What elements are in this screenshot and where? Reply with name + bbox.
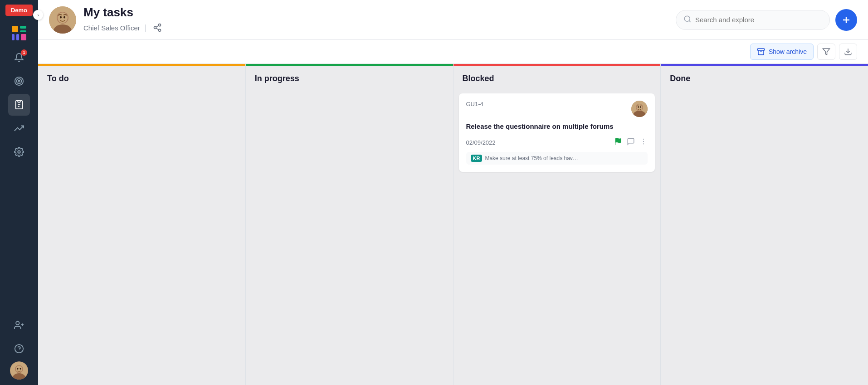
app-logo <box>10 24 28 42</box>
header-avatar-face <box>49 6 76 34</box>
key-result-tag[interactable]: KR Make sure at least 75% of leads hav… <box>466 152 648 165</box>
sidebar-item-tasks[interactable] <box>8 94 30 116</box>
toolbar: Show archive <box>38 40 868 64</box>
user-plus-icon <box>14 320 24 330</box>
column-blocked: Blocked GU1-4 <box>454 64 661 385</box>
svg-line-34 <box>156 26 159 27</box>
column-title-blocked: Blocked <box>463 74 494 83</box>
svg-point-13 <box>16 322 19 325</box>
column-title-inprogress: In progress <box>255 74 299 83</box>
page-subtitle: Chief Sales Officer <box>83 24 140 32</box>
svg-point-31 <box>154 27 156 29</box>
svg-point-52 <box>643 143 644 144</box>
column-body-inprogress <box>246 90 453 385</box>
show-archive-button[interactable]: Show archive <box>750 44 814 60</box>
task-title: Release the questionnaire on multiple fo… <box>466 122 648 131</box>
column-body-blocked: GU1-4 <box>454 90 661 385</box>
download-button[interactable] <box>839 44 857 60</box>
main-content: My tasks Chief Sales Officer | <box>38 0 868 385</box>
clipboard-icon <box>14 100 24 110</box>
header-left: My tasks Chief Sales Officer | <box>49 5 164 34</box>
svg-point-32 <box>159 29 161 32</box>
svg-point-50 <box>643 139 644 140</box>
download-icon <box>844 48 852 56</box>
column-title-done: Done <box>670 74 690 83</box>
sidebar-toggle-button[interactable]: › <box>33 10 43 20</box>
svg-point-22 <box>17 368 19 370</box>
sidebar: Demo › 1 <box>0 0 38 385</box>
svg-point-23 <box>20 368 21 370</box>
search-icon <box>683 15 692 25</box>
svg-line-33 <box>156 28 159 29</box>
logo-icon <box>11 25 27 41</box>
svg-line-36 <box>689 20 690 22</box>
share-button[interactable] <box>151 21 164 34</box>
header-title-group: My tasks Chief Sales Officer | <box>83 5 164 34</box>
sidebar-bottom <box>8 314 30 385</box>
svg-rect-1 <box>20 26 26 29</box>
svg-point-8 <box>18 80 20 82</box>
column-title-todo: To do <box>47 74 69 83</box>
question-icon <box>14 344 24 354</box>
column-header-blocked: Blocked <box>454 64 661 90</box>
task-actions <box>614 137 648 147</box>
svg-rect-0 <box>12 26 18 32</box>
svg-point-47 <box>638 106 639 108</box>
column-header-inprogress: In progress <box>246 64 453 90</box>
svg-point-51 <box>643 141 644 142</box>
svg-rect-4 <box>16 34 19 40</box>
column-done: Done <box>661 64 868 385</box>
search-input[interactable] <box>695 16 820 24</box>
header-right <box>676 9 857 31</box>
sidebar-item-add-user[interactable] <box>8 314 30 336</box>
task-assignee-avatar <box>631 101 648 117</box>
filter-icon <box>822 48 830 56</box>
add-button[interactable] <box>835 9 857 31</box>
column-header-done: Done <box>661 64 868 90</box>
sidebar-item-analytics[interactable] <box>8 117 30 139</box>
column-body-done <box>661 90 868 385</box>
sidebar-item-notifications[interactable]: 1 <box>8 47 30 68</box>
gear-icon <box>14 147 24 157</box>
svg-marker-41 <box>823 49 830 55</box>
svg-point-30 <box>159 24 161 26</box>
svg-point-46 <box>637 104 643 111</box>
task-id: GU1-4 <box>466 101 483 107</box>
svg-rect-39 <box>757 49 764 50</box>
user-avatar-sidebar[interactable] <box>10 361 28 380</box>
header-avatar <box>49 6 76 34</box>
avatar-face-icon <box>10 361 28 380</box>
kanban-board: To do In progress Blocked GU1-4 <box>38 64 868 385</box>
filter-button[interactable] <box>817 44 835 60</box>
flag-icon[interactable] <box>614 137 622 147</box>
task-date: 02/09/2022 <box>466 139 496 146</box>
page-title: My tasks <box>83 5 164 19</box>
svg-rect-9 <box>18 101 20 102</box>
svg-point-48 <box>640 106 641 108</box>
header-divider: | <box>145 23 147 33</box>
svg-point-7 <box>17 79 22 84</box>
comment-icon[interactable] <box>627 137 635 147</box>
demo-button[interactable]: Demo <box>5 5 33 16</box>
comment-svg <box>627 137 635 146</box>
notification-badge: 1 <box>21 49 27 56</box>
share-icon <box>153 23 162 32</box>
sidebar-nav: 1 <box>0 47 38 314</box>
sidebar-item-settings[interactable] <box>8 141 30 163</box>
plus-icon <box>841 15 852 25</box>
svg-point-35 <box>684 16 690 21</box>
chart-icon <box>14 123 24 133</box>
search-bar[interactable] <box>676 10 830 30</box>
column-body-todo <box>38 90 245 385</box>
sidebar-item-targets[interactable] <box>8 70 30 92</box>
sidebar-item-help[interactable] <box>8 338 30 360</box>
column-header-todo: To do <box>38 64 245 90</box>
archive-label: Show archive <box>769 48 807 55</box>
archive-icon <box>757 48 765 56</box>
svg-point-28 <box>60 16 62 18</box>
target-icon <box>14 76 24 86</box>
more-icon[interactable] <box>639 137 648 147</box>
task-card-gu1-4[interactable]: GU1-4 <box>459 93 655 172</box>
column-todo: To do <box>38 64 246 385</box>
more-dots-svg <box>639 137 648 146</box>
